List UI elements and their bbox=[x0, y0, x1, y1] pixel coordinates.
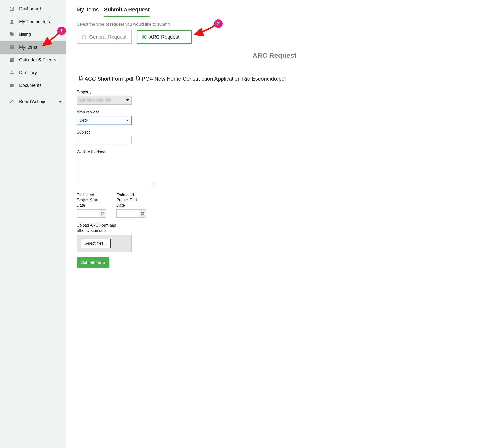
svg-text:PDF: PDF bbox=[80, 79, 82, 80]
pdf-icon: PDF bbox=[135, 75, 140, 82]
sidebar: Dashboard My Contact Info Billing My Ite… bbox=[0, 0, 66, 448]
option-label: General Request bbox=[89, 34, 126, 40]
tab-my-items[interactable]: My Items bbox=[77, 5, 99, 17]
user-icon bbox=[9, 19, 15, 25]
svg-rect-12 bbox=[10, 58, 14, 59]
sidebar-item-label: Dashboard bbox=[19, 6, 41, 12]
sidebar-item-dashboard[interactable]: Dashboard bbox=[0, 2, 66, 15]
annotation-marker-1: 1 bbox=[57, 27, 66, 35]
request-type-row: General Request ARC Request 2 bbox=[77, 30, 472, 44]
sidebar-item-label: Calendar & Events bbox=[19, 57, 56, 63]
work-label: Work to be done: bbox=[77, 150, 472, 154]
property-value: Lot 14 L Lot. 14 bbox=[79, 98, 111, 102]
end-date-field[interactable] bbox=[116, 209, 146, 218]
svg-rect-19 bbox=[12, 61, 12, 61]
svg-rect-23 bbox=[11, 73, 13, 74]
svg-rect-22 bbox=[13, 73, 14, 74]
svg-rect-13 bbox=[11, 58, 11, 59]
start-date-input[interactable] bbox=[77, 210, 99, 217]
pdf-icon: PDF bbox=[78, 75, 83, 82]
svg-rect-9 bbox=[10, 48, 11, 48]
svg-rect-24 bbox=[12, 99, 14, 100]
end-date-label: Estimated Project End Date bbox=[116, 193, 146, 208]
calendar-icon bbox=[9, 57, 15, 63]
area-label: Area of work bbox=[77, 110, 472, 114]
annotation-marker-2: 2 bbox=[214, 19, 223, 28]
svg-rect-18 bbox=[11, 61, 11, 61]
attachment-2[interactable]: PDF POA New Home Construction Applicatio… bbox=[135, 75, 286, 82]
sidebar-item-label: Billing bbox=[19, 32, 31, 37]
page-title: ARC Request bbox=[77, 52, 472, 59]
sidebar-item-directory[interactable]: Directory bbox=[0, 66, 66, 79]
svg-point-3 bbox=[11, 20, 13, 22]
sidebar-item-label: Directory bbox=[19, 70, 37, 75]
select-files-button[interactable]: Select files... bbox=[81, 239, 111, 248]
end-date-input[interactable] bbox=[117, 210, 139, 217]
svg-rect-8 bbox=[11, 47, 13, 47]
sidebar-item-billing[interactable]: Billing bbox=[0, 28, 66, 41]
calendar-picker-button[interactable] bbox=[99, 210, 106, 217]
svg-rect-15 bbox=[11, 60, 11, 61]
svg-rect-6 bbox=[11, 46, 13, 47]
subject-label: Subject bbox=[77, 130, 472, 135]
sitemap-icon bbox=[9, 70, 15, 76]
sidebar-item-my-items[interactable]: My Items bbox=[0, 41, 66, 54]
option-general-request[interactable]: General Request bbox=[77, 30, 132, 44]
svg-rect-21 bbox=[10, 73, 11, 74]
svg-rect-28 bbox=[103, 214, 103, 214]
submit-button[interactable]: Submit Form bbox=[77, 257, 109, 268]
option-label: ARC Request bbox=[149, 34, 179, 40]
sidebar-item-calendar[interactable]: Calendar & Events bbox=[0, 54, 66, 66]
start-date-field[interactable] bbox=[77, 209, 106, 218]
sidebar-item-label: My Contact Info bbox=[19, 19, 50, 24]
svg-rect-17 bbox=[13, 60, 13, 61]
attachment-label: POA New Home Construction Application Ri… bbox=[142, 76, 286, 82]
chevron-down-icon bbox=[59, 101, 62, 103]
svg-rect-7 bbox=[10, 47, 11, 47]
chevron-down-icon bbox=[126, 120, 129, 121]
tabs: My Items Submit a Request bbox=[77, 5, 472, 16]
svg-text:PDF: PDF bbox=[137, 79, 140, 80]
area-value: Deck bbox=[79, 118, 88, 123]
calendar-picker-button[interactable] bbox=[139, 210, 146, 217]
property-select[interactable]: Lot 14 L Lot. 14 bbox=[77, 96, 132, 105]
attachment-label: ACC Short Form.pdf bbox=[85, 76, 133, 82]
attachment-1[interactable]: PDF ACC Short Form.pdf bbox=[78, 75, 133, 82]
sidebar-item-label: My Items bbox=[19, 45, 37, 50]
svg-point-2 bbox=[11, 8, 12, 9]
radio-icon bbox=[142, 35, 146, 39]
sidebar-item-board-actions[interactable]: Board Actions bbox=[0, 95, 66, 108]
attachments-bar: PDF ACC Short Form.pdf PDF POA New Home … bbox=[77, 72, 472, 86]
upload-label: Upload ARC Form and other Documents bbox=[77, 223, 126, 233]
sidebar-item-label: Documents bbox=[19, 83, 42, 88]
property-label: Property bbox=[77, 90, 472, 94]
chevron-down-icon bbox=[126, 99, 129, 101]
list-icon bbox=[9, 44, 15, 50]
svg-rect-5 bbox=[10, 46, 11, 47]
hammer-icon bbox=[9, 99, 15, 105]
sidebar-item-label: Board Actions bbox=[19, 99, 46, 104]
svg-rect-30 bbox=[142, 214, 143, 214]
folder-icon bbox=[9, 83, 15, 88]
svg-rect-20 bbox=[11, 71, 13, 72]
svg-rect-14 bbox=[13, 58, 13, 59]
upload-dropzone[interactable]: Select files... bbox=[77, 235, 132, 252]
gauge-icon bbox=[9, 6, 15, 12]
option-arc-request[interactable]: ARC Request bbox=[137, 30, 192, 44]
tags-icon bbox=[9, 31, 15, 37]
main-content: My Items Submit a Request Select the typ… bbox=[66, 0, 482, 448]
sidebar-item-contact[interactable]: My Contact Info bbox=[0, 15, 66, 28]
subject-input[interactable] bbox=[77, 136, 132, 144]
svg-rect-16 bbox=[12, 60, 12, 61]
work-textarea[interactable] bbox=[77, 156, 155, 186]
area-select[interactable]: Deck bbox=[77, 116, 132, 125]
start-date-label: Estimated Project Start Date bbox=[77, 193, 106, 208]
sidebar-item-documents[interactable]: Documents bbox=[0, 79, 66, 92]
radio-icon bbox=[82, 35, 86, 39]
tab-submit-request[interactable]: Submit a Request bbox=[104, 5, 150, 17]
request-type-helper: Select the type of request you would lik… bbox=[77, 22, 472, 27]
svg-rect-10 bbox=[11, 48, 13, 48]
